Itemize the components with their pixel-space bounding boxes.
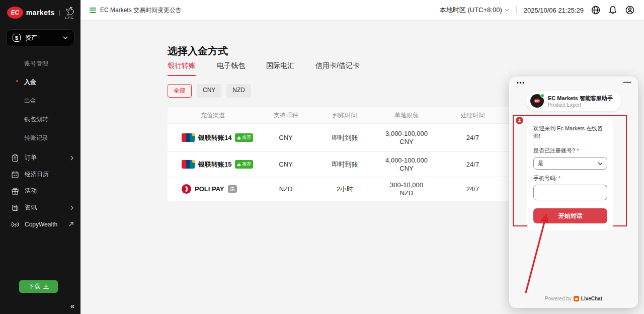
sidebar-item-economic-calendar[interactable]: 经济日历 (0, 166, 80, 183)
agent-avatar: EC (530, 94, 544, 108)
livechat-widget: ⋯ — EC EC Markets 智能客服助手 Product Expert … (509, 76, 638, 308)
chevron-down-icon (598, 162, 603, 165)
calendar-icon (11, 171, 19, 179)
language-globe-icon[interactable] (591, 5, 601, 15)
sidebar-item-transfer-records[interactable]: 转账记录 (0, 129, 80, 147)
timezone-selector[interactable]: 本地时区 (UTC+8:00) (440, 6, 509, 15)
phone-label: 手机号码:* (533, 175, 607, 182)
tab-bank-transfer[interactable]: 银行转账 (168, 61, 196, 76)
notifications-bell-icon[interactable] (608, 5, 618, 15)
sidebar-item-copywealth[interactable]: CopyWealth (0, 216, 80, 232)
table-row[interactable]: 银联转账15 推荐 CNY 即时到账 4,000-100,000 CNY 24/… (168, 151, 509, 177)
phone-input[interactable] (533, 185, 607, 200)
tab-international-wire[interactable]: 国际电汇 (266, 61, 294, 76)
gift-icon (11, 187, 19, 195)
start-chat-button[interactable]: 开始对话 (533, 208, 607, 223)
deposit-method-tabs: 银行转账 电子钱包 国际电汇 信用卡/借记卡 (168, 61, 360, 76)
sidebar-item-account-management[interactable]: 账号管理 (0, 54, 80, 73)
download-icon (43, 284, 49, 289)
recommended-badge: 推荐 (235, 133, 253, 142)
tab-e-wallet[interactable]: 电子钱包 (217, 61, 245, 76)
agent-name: EC Markets 智能客服助手 (548, 95, 613, 102)
page-title: 选择入金方式 (168, 44, 228, 58)
chevron-down-icon (505, 9, 509, 12)
poli-pay-icon (182, 184, 191, 194)
chat-menu-button[interactable]: ⋯ (516, 77, 525, 88)
agent-mini-avatar (516, 117, 523, 124)
sidebar-item-withdrawal[interactable]: 出金 (0, 92, 80, 110)
unionpay-icon (182, 160, 195, 169)
announcement-icon (90, 8, 96, 13)
chat-agent-header: EC EC Markets 智能客服助手 Product Expert (526, 91, 621, 111)
announcement-banner[interactable]: EC Markets 交易时间变更公告 (90, 6, 182, 15)
sidebar-item-deposit[interactable]: 入金 (0, 73, 80, 92)
sidebar-item-news[interactable]: 资讯 (0, 199, 80, 216)
announcement-text: EC Markets 交易时间变更公告 (100, 6, 182, 15)
news-icon (11, 204, 19, 212)
required-asterisk: * (577, 147, 579, 153)
livechat-brand[interactable]: LiveChat (581, 296, 602, 301)
topbar: EC Markets 交易时间变更公告 本地时区 (UTC+8:00) 2025… (80, 0, 644, 21)
sidebar-item-wallet-transfer[interactable]: 钱包划转 (0, 110, 80, 129)
table-row[interactable]: 银联转账14 推荐 CNY 即时到账 3,000-100,000 CNY 24/… (168, 123, 509, 151)
registered-question-label: 是否已注册账号?* (533, 147, 607, 154)
logo-divider: | (59, 9, 60, 16)
sidebar-item-assets[interactable]: $ 资产 (6, 29, 74, 46)
welcome-message: 欢迎来到 Ec Markets 在线咨询! (533, 125, 607, 140)
filter-all[interactable]: 全部 (168, 84, 192, 98)
ec-logo-badge: EC (7, 7, 23, 19)
table-header: 充值渠道 支持币种 到账时间 单笔限额 处理时间 (168, 107, 509, 123)
lfc-bird-logo: L.F.C. (64, 6, 75, 19)
recommended-badge: 推荐 (235, 160, 253, 169)
currency-filters: 全部 CNY NZD (168, 84, 251, 98)
logo-wordmark: markets (26, 9, 55, 17)
chat-pre-form-card: 欢迎来到 Ec Markets 在线咨询! 是否已注册账号?* 是 手机号码:*… (527, 118, 613, 230)
chevron-down-icon (63, 36, 68, 39)
user-account-icon[interactable] (625, 5, 635, 15)
agent-subtitle: Product Expert (548, 102, 613, 108)
chevron-right-icon (70, 155, 73, 161)
brand-logo: EC markets | L.F.C. (0, 0, 80, 24)
filter-cny[interactable]: CNY (197, 84, 221, 98)
divider (516, 6, 517, 14)
sidebar: EC markets | L.F.C. $ 资产 账号管理 入金 出金 钱包划转… (0, 0, 80, 314)
clipboard-icon (11, 154, 19, 162)
external-link-icon (69, 222, 73, 226)
unionpay-icon (182, 133, 195, 142)
sidebar-collapse-button[interactable]: « (70, 301, 74, 310)
tab-credit-debit-card[interactable]: 信用卡/借记卡 (315, 61, 360, 76)
livechat-icon (574, 296, 579, 301)
registered-select[interactable]: 是 (533, 157, 607, 170)
chat-minimize-button[interactable]: — (623, 77, 631, 86)
powered-by-footer: Powered by LiveChat (509, 296, 638, 301)
liver-bird-icon (64, 6, 75, 16)
sidebar-item-orders[interactable]: 订单 (0, 149, 80, 166)
deposit-channels-table: 充值渠道 支持币种 到账时间 单笔限额 处理时间 银联转账14 推荐 CNY 即… (168, 107, 509, 201)
chevron-right-icon (70, 205, 73, 210)
dollar-icon: $ (13, 34, 21, 42)
datetime-display: 2025/10/06 21:25:29 (524, 7, 584, 14)
sidebar-item-activities[interactable]: 活动 (0, 183, 80, 199)
online-status-dot (540, 94, 544, 98)
download-button[interactable]: 下载 (19, 280, 58, 293)
active-dot (16, 80, 18, 82)
bank-badge-icon (228, 185, 237, 193)
required-asterisk: * (558, 175, 560, 181)
assets-submenu: 账号管理 入金 出金 钱包划转 转账记录 (0, 51, 80, 149)
broadcast-icon (11, 220, 19, 228)
filter-nzd[interactable]: NZD (226, 84, 251, 98)
table-row[interactable]: POLI PAY NZD 2小时 300-10,000 NZD 24/7 (168, 177, 509, 201)
